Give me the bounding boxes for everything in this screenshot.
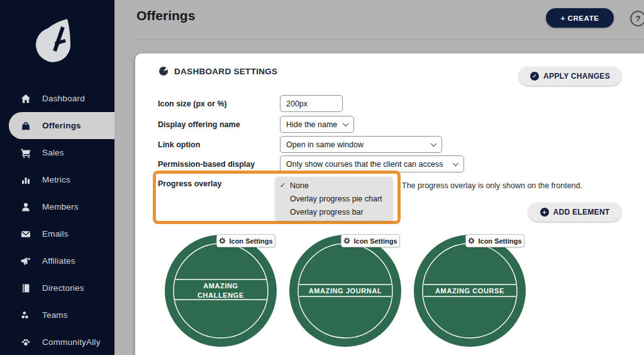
icon-settings-button-2[interactable]: Icon Settings: [341, 234, 400, 247]
app-logo-icon: [34, 16, 75, 69]
chevron-down-icon: [431, 140, 437, 147]
envelope-icon: [19, 228, 32, 240]
sidebar-item-label: Emails: [42, 229, 69, 239]
person-icon: [19, 201, 32, 213]
sidebar-item-directories[interactable]: Directories: [0, 274, 114, 301]
app-window: Dashboard Offerings Sales Metrics: [0, 0, 644, 355]
sidebar-item-metrics[interactable]: Metrics: [0, 166, 114, 193]
megaphone-icon: [19, 255, 32, 268]
progress-overlay-dropdown-menu: ✓ None Overlay progress pie chart Overla…: [275, 177, 392, 220]
sidebar-item-sales[interactable]: Sales: [0, 139, 114, 166]
help-button[interactable]: ?: [630, 11, 644, 26]
bar-chart-icon: [19, 174, 32, 186]
progress-overlay-note: The progress overlay is only shown on th…: [402, 181, 636, 190]
sidebar-nav: Dashboard Offerings Sales Metrics: [0, 85, 114, 355]
link-option-select[interactable]: Open in same window: [280, 136, 442, 153]
sidebar-item-offerings[interactable]: Offerings: [9, 112, 114, 139]
svg-text:AMAZING COURSE: AMAZING COURSE: [435, 287, 504, 295]
sidebar-item-affiliates[interactable]: Affiliates: [0, 247, 114, 274]
book-icon: [19, 282, 32, 295]
sidebar-item-label: Affiliates: [42, 256, 75, 266]
dashboard-pie-icon: [158, 66, 169, 76]
icon-size-input[interactable]: [280, 95, 343, 112]
svg-text:AMAZING JOURNAL: AMAZING JOURNAL: [309, 287, 382, 295]
add-element-button[interactable]: + ADD ELEMENT: [528, 203, 621, 222]
dropdown-option-none[interactable]: ✓ None: [275, 179, 392, 192]
offering-icon-amazing-course[interactable]: AMAZING COURSE: [414, 235, 526, 347]
dropdown-option-progress-bar[interactable]: Overlay progress bar: [275, 205, 392, 218]
icon-settings-button-3[interactable]: Icon Settings: [465, 234, 525, 247]
sidebar-item-label: CommunityAlly: [42, 337, 101, 347]
dropdown-option-pie-chart[interactable]: Overlay progress pie chart: [275, 192, 392, 205]
offering-icon-amazing-journal[interactable]: AMAZING JOURNAL: [289, 235, 401, 347]
sidebar-item-label: Members: [42, 202, 79, 211]
cart-icon: [19, 147, 32, 159]
sidebar-item-members[interactable]: Members: [0, 193, 114, 220]
field-label-icon-size: Icon size (px or %): [158, 99, 227, 108]
check-icon: ✓: [280, 181, 286, 189]
chevron-down-icon: [453, 160, 459, 166]
plus-circle-icon: +: [540, 208, 549, 217]
sidebar-item-label: Offerings: [42, 121, 81, 130]
settings-title: DASHBOARD SETTINGS: [174, 67, 277, 76]
create-button[interactable]: + CREATE: [546, 8, 614, 28]
field-label-permission-display: Permission-based display: [158, 160, 255, 169]
sidebar-item-label: Metrics: [42, 175, 70, 184]
gear-icon: [343, 237, 350, 244]
svg-text:AMAZING: AMAZING: [203, 282, 238, 290]
gear-icon: [468, 237, 475, 244]
page-title: Offerings: [136, 8, 195, 23]
sidebar-item-label: Dashboard: [42, 94, 85, 103]
sidebar-item-emails[interactable]: Emails: [0, 220, 114, 247]
home-icon: [19, 93, 32, 105]
permission-display-select[interactable]: Only show courses that the client can ac…: [280, 155, 464, 172]
sidebar-item-dashboard[interactable]: Dashboard: [0, 85, 114, 112]
check-circle-icon: ✓: [530, 72, 539, 81]
bag-icon: [19, 120, 32, 132]
field-label-progress-overlay: Progress overlay: [158, 179, 221, 188]
chevron-down-icon: [343, 120, 349, 127]
icon-settings-button-1[interactable]: Icon Settings: [216, 234, 275, 247]
gear-icon: [219, 237, 226, 244]
header-divider: [135, 39, 644, 40]
display-name-select[interactable]: Hide the name: [280, 116, 354, 133]
offering-icon-amazing-challenge[interactable]: AMAZING CHALLENGE: [165, 235, 277, 347]
svg-text:CHALLENGE: CHALLENGE: [197, 291, 244, 299]
sidebar-item-communityally[interactable]: CommunityAlly: [0, 329, 114, 355]
sidebar-item-label: Directories: [42, 283, 84, 293]
people-icon: [19, 309, 32, 322]
settings-header: DASHBOARD SETTINGS: [158, 66, 277, 76]
sidebar-item-label: Sales: [42, 148, 64, 157]
field-label-link-option: Link option: [158, 140, 200, 149]
sidebar: Dashboard Offerings Sales Metrics: [0, 0, 114, 355]
community-icon: [19, 336, 32, 349]
sidebar-item-label: Teams: [42, 310, 68, 320]
sidebar-item-teams[interactable]: Teams: [0, 301, 114, 329]
apply-changes-button[interactable]: ✓ APPLY CHANGES: [519, 67, 621, 86]
dashboard-settings-card: DASHBOARD SETTINGS ✓ APPLY CHANGES Icon …: [135, 54, 644, 355]
field-label-display-name: Display offering name: [158, 120, 240, 129]
